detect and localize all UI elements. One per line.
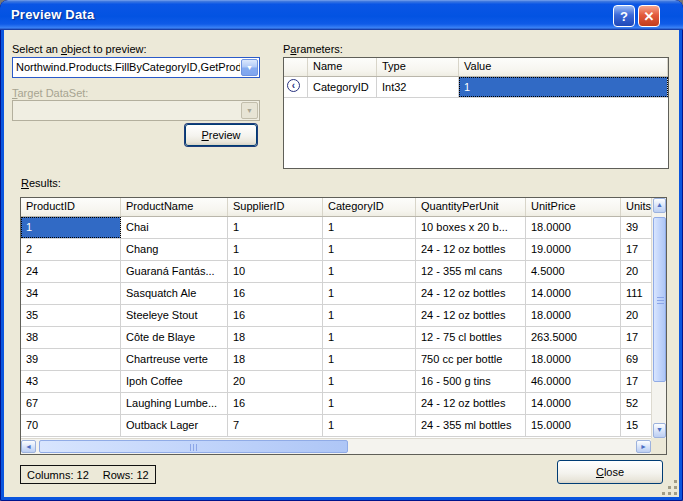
result-cell[interactable]: 67	[21, 393, 121, 414]
result-cell[interactable]: 19.0000	[526, 239, 621, 260]
result-cell[interactable]: 2	[21, 239, 121, 260]
result-cell[interactable]: Sasquatch Ale	[121, 283, 228, 304]
result-cell[interactable]: 1	[21, 217, 121, 238]
result-cell[interactable]: 10 boxes x 20 b...	[416, 217, 526, 238]
result-cell[interactable]: 1	[323, 393, 416, 414]
help-button[interactable]: ?	[613, 5, 635, 27]
column-header[interactable]: QuantityPerUnit	[416, 198, 526, 216]
result-cell[interactable]: Chang	[121, 239, 228, 260]
result-cell[interactable]: 1	[323, 305, 416, 326]
target-dataset-combobox[interactable]: ▼	[12, 100, 260, 121]
object-combobox[interactable]: Northwind.Products.FillByCategoryID,GetP…	[12, 57, 260, 78]
result-cell[interactable]: 10	[228, 261, 323, 282]
column-header-type[interactable]: Type	[377, 58, 459, 76]
resize-grip[interactable]	[662, 480, 677, 495]
titlebar[interactable]: Preview Data ? ✕	[0, 0, 683, 30]
row-header-cell[interactable]: ‹	[284, 77, 308, 97]
column-header[interactable]: UnitPrice	[526, 198, 621, 216]
result-cell[interactable]: Chai	[121, 217, 228, 238]
result-cell[interactable]: 1	[323, 371, 416, 392]
vertical-scrollbar[interactable]: ▲ ▼	[651, 198, 666, 438]
parameters-grid-header: Name Type Value	[284, 58, 668, 77]
result-cell[interactable]: 1	[323, 261, 416, 282]
result-cell[interactable]: 14.0000	[526, 393, 621, 414]
horizontal-scrollbar[interactable]: ◄ ►	[21, 438, 651, 454]
column-header[interactable]: CategoryID	[323, 198, 416, 216]
result-cell[interactable]: Guaraná Fantás...	[121, 261, 228, 282]
result-cell[interactable]: 4.5000	[526, 261, 621, 282]
column-header-value[interactable]: Value	[459, 58, 668, 76]
result-cell[interactable]: 1	[323, 283, 416, 304]
window-close-button[interactable]: ✕	[638, 5, 660, 27]
result-cell[interactable]: 1	[323, 239, 416, 260]
result-cell[interactable]: 34	[21, 283, 121, 304]
rows-count: Rows: 12	[103, 469, 149, 483]
result-cell[interactable]: 1	[323, 349, 416, 370]
parameter-value-cell[interactable]: 1	[459, 77, 668, 97]
result-cell[interactable]: 39	[21, 349, 121, 370]
column-header-name[interactable]: Name	[308, 58, 377, 76]
result-cell[interactable]: 46.0000	[526, 371, 621, 392]
result-cell[interactable]: Ipoh Coffee	[121, 371, 228, 392]
result-cell[interactable]: 750 cc per bottle	[416, 349, 526, 370]
parameter-type-cell[interactable]: Int32	[377, 77, 459, 97]
result-cell[interactable]: 12 - 355 ml cans	[416, 261, 526, 282]
results-grid-body: 1Chai1110 boxes x 20 b...18.0000392Chang…	[21, 217, 666, 437]
result-cell[interactable]: 24 - 12 oz bottles	[416, 305, 526, 326]
result-cell[interactable]: 12 - 75 cl bottles	[416, 327, 526, 348]
result-cell[interactable]: Chartreuse verte	[121, 349, 228, 370]
result-cell[interactable]: 43	[21, 371, 121, 392]
result-cell[interactable]: 38	[21, 327, 121, 348]
results-grid-header: ProductIDProductNameSupplierIDCategoryID…	[21, 198, 666, 217]
close-button[interactable]: Close	[557, 460, 663, 484]
result-cell[interactable]: 24	[21, 261, 121, 282]
result-cell[interactable]: 70	[21, 415, 121, 436]
result-cell[interactable]: Steeleye Stout	[121, 305, 228, 326]
parameter-name-cell[interactable]: CategoryID	[308, 77, 377, 97]
result-cell[interactable]: 16	[228, 283, 323, 304]
result-cell[interactable]: 14.0000	[526, 283, 621, 304]
result-cell[interactable]: 35	[21, 305, 121, 326]
vertical-scrollbar-thumb[interactable]	[653, 217, 666, 382]
columns-count: Columns: 12	[27, 469, 89, 483]
column-header[interactable]: SupplierID	[228, 198, 323, 216]
result-cell[interactable]: 24 - 355 ml bottles	[416, 415, 526, 436]
result-cell[interactable]: 1	[323, 327, 416, 348]
result-cell[interactable]: 1	[228, 239, 323, 260]
result-cell[interactable]: 20	[228, 371, 323, 392]
result-row: 43Ipoh Coffee20116 - 500 g tins46.000017	[21, 371, 666, 393]
result-cell[interactable]: 16 - 500 g tins	[416, 371, 526, 392]
result-cell[interactable]: 16	[228, 305, 323, 326]
result-row: 70Outback Lager7124 - 355 ml bottles15.0…	[21, 415, 666, 437]
result-cell[interactable]: 24 - 12 oz bottles	[416, 283, 526, 304]
scroll-right-icon[interactable]: ►	[636, 440, 651, 453]
result-cell[interactable]: 15.0000	[526, 415, 621, 436]
result-cell[interactable]: 1	[323, 415, 416, 436]
column-header[interactable]: ProductID	[21, 198, 121, 216]
result-cell[interactable]: Côte de Blaye	[121, 327, 228, 348]
result-cell[interactable]: 18.0000	[526, 349, 621, 370]
result-cell[interactable]: 24 - 12 oz bottles	[416, 239, 526, 260]
result-cell[interactable]: 1	[228, 217, 323, 238]
result-cell[interactable]: 18.0000	[526, 305, 621, 326]
result-cell[interactable]: Outback Lager	[121, 415, 228, 436]
scroll-down-icon[interactable]: ▼	[653, 423, 666, 438]
result-cell[interactable]: 263.5000	[526, 327, 621, 348]
result-cell[interactable]: 24 - 12 oz bottles	[416, 393, 526, 414]
horizontal-scrollbar-thumb[interactable]	[39, 440, 348, 453]
chevron-down-icon[interactable]: ▼	[241, 59, 258, 76]
column-header[interactable]: ProductName	[121, 198, 228, 216]
scroll-left-icon[interactable]: ◄	[21, 440, 36, 453]
result-cell[interactable]: 7	[228, 415, 323, 436]
result-cell[interactable]: 1	[323, 217, 416, 238]
scroll-up-icon[interactable]: ▲	[653, 198, 666, 213]
result-cell[interactable]: 16	[228, 393, 323, 414]
row-header-column	[284, 58, 308, 76]
result-cell[interactable]: Laughing Lumbe...	[121, 393, 228, 414]
result-cell[interactable]: 18	[228, 349, 323, 370]
preview-button[interactable]: Preview	[185, 124, 257, 146]
help-icon: ?	[620, 9, 628, 24]
result-row: 35Steeleye Stout16124 - 12 oz bottles18.…	[21, 305, 666, 327]
result-cell[interactable]: 18.0000	[526, 217, 621, 238]
result-cell[interactable]: 18	[228, 327, 323, 348]
